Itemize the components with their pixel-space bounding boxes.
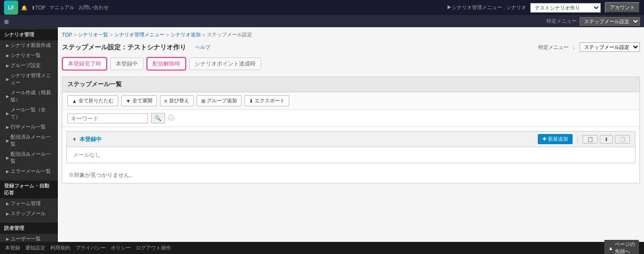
copy-icon: 📋	[587, 137, 593, 142]
breadcrumb-scenario-list[interactable]: シナリオ一覧	[78, 31, 108, 38]
sidebar-item-label: フォーム管理	[11, 200, 41, 207]
sort-icon: ≡	[165, 98, 168, 104]
sidebar-item-user-list[interactable]: ▶ ユーザー一覧	[0, 234, 58, 242]
arrow-icon: ▶	[6, 139, 9, 143]
clock-icon: 🕐	[619, 137, 625, 142]
account-button[interactable]: アカウント	[605, 2, 640, 13]
no-result-text: ※対象が見つかりません。	[62, 167, 639, 183]
sidebar-item-label: エラーメール一覧	[11, 168, 51, 175]
copy-button[interactable]: 📋	[583, 135, 598, 144]
search-button[interactable]: 🔍	[151, 113, 165, 123]
settings-menu-select[interactable]: ステップメール設定	[580, 17, 640, 26]
page-title-row: ステップメール設定：テストシナリオ作り ヘルプ 特定メニュー： ステップメール設…	[62, 42, 640, 52]
header-right: ▶シナリオ管理メニュー シナリオ テストシナリオ作り アカウント	[447, 2, 640, 13]
sidebar-item-label: グループ設定	[11, 62, 41, 69]
stepmail-list-title: ステップメール一覧	[67, 80, 122, 89]
sidebar-item-label: 配信済みメール一覧	[11, 151, 54, 165]
stepmail-group-title-link[interactable]: 本登録中	[79, 136, 102, 143]
bell-icon: 🔔	[21, 5, 27, 11]
settings-page-select[interactable]: ステップメール設定	[580, 42, 640, 52]
sidebar-item-label: メール一覧（全て）	[11, 106, 54, 120]
bottom-links: 本登録 通知設定 利用規約 プライバシー ポリシー ログアウト操作	[5, 244, 171, 251]
tabs-row: 本登録完了時 本登録中 配信解除時 シナリオポイント達成時	[62, 57, 640, 71]
arrow-icon: ▶	[6, 169, 9, 174]
group-icon: ⊞	[201, 98, 205, 104]
info-icon[interactable]: ⓘ	[168, 114, 174, 122]
export-button[interactable]: ⬇ エクスポート	[245, 95, 289, 106]
search-row: 🔍 ⓘ	[62, 110, 639, 127]
bottom-link-logout[interactable]: ログアウト操作	[136, 244, 171, 251]
collapse-all-button[interactable]: ▼ 全て展開	[121, 95, 157, 106]
expand-all-label: 全て折りたたむ	[78, 97, 114, 104]
sub-header: ▦ 特定メニュー ステップメール設定	[0, 15, 644, 27]
help-link[interactable]: ヘルプ	[195, 44, 210, 51]
new-add-label: 新規追加	[548, 136, 568, 142]
stepmail-container: ステップメール一覧 ▲ 全て折りたたむ ▼ 全て展開 ≡ 並び替え ⊞	[62, 77, 640, 183]
breadcrumb-scenario-add[interactable]: シナリオ追加	[171, 31, 201, 38]
tab-hontorokuchuu[interactable]: 本登録中	[110, 57, 143, 70]
sidebar-item-form-management[interactable]: ▶ フォーム管理	[0, 199, 58, 209]
search-input[interactable]	[67, 113, 148, 123]
sort-button[interactable]: ≡ 並び替え	[160, 95, 194, 106]
sidebar-item-label: シナリオ一覧	[11, 52, 41, 59]
bottom-link-privacy[interactable]: プライバシー	[75, 244, 106, 251]
bottom-link-registration[interactable]: 本登録	[5, 244, 20, 251]
bottom-link-terms[interactable]: 利用規約	[50, 244, 70, 251]
sidebar-item-label: ユーザー一覧	[11, 235, 41, 242]
sidebar: シナリオ管理 ▶ シナリオ新規作成 ▶ シナリオ一覧 ▶ グループ設定 ▶ シナ…	[0, 27, 58, 242]
stepmail-group-header: ▼ 本登録中 ✚ 新規追加 ｜ 📋 ⬇	[67, 132, 635, 147]
arrow-icon: ▶	[6, 53, 9, 58]
contact-link[interactable]: お問い合わせ	[78, 4, 109, 11]
new-icon: ✚	[542, 136, 546, 142]
content-area: TOP > シナリオ一覧 > シナリオ管理メニュー > シナリオ追加 > ステッ…	[58, 27, 644, 242]
manual-link[interactable]: マニュアル	[49, 4, 74, 11]
expand-all-button[interactable]: ▲ 全て折りたたむ	[67, 95, 118, 106]
stepmail-list-header: ステップメール一覧	[62, 77, 639, 92]
sidebar-item-scenario-list[interactable]: ▶ シナリオ一覧	[0, 50, 58, 60]
new-add-button[interactable]: ✚ 新規追加	[538, 134, 573, 144]
bottom-right: ▲ ページの 先頭へ	[604, 240, 639, 254]
sidebar-item-mail-list-all[interactable]: ▶ メール一覧（全て）	[0, 105, 58, 122]
arrow-icon: ▶	[6, 94, 9, 99]
sidebar-item-new-scenario[interactable]: ▶ シナリオ新規作成	[0, 40, 58, 50]
sidebar-title-reader: 読者管理	[0, 223, 58, 234]
sidebar-item-mail-create[interactable]: ▶ メール作成（簡易版）	[0, 88, 58, 105]
logo: LF	[4, 1, 18, 15]
download-button[interactable]: ⬇	[600, 135, 613, 144]
tab-hontorokuryo[interactable]: 本登録完了時	[62, 57, 107, 71]
sidebar-item-step-mail[interactable]: ▶ ステップメール	[0, 209, 58, 219]
export-icon: ⬇	[249, 98, 253, 104]
arrow-icon: ▶	[6, 237, 9, 241]
export-label: エクスポート	[255, 97, 285, 104]
clock-button[interactable]: 🕐	[615, 135, 630, 144]
sub-header-right: 特定メニュー ステップメール設定	[546, 17, 640, 26]
breadcrumb: TOP > シナリオ一覧 > シナリオ管理メニュー > シナリオ追加 > ステッ…	[62, 31, 640, 38]
back-to-top-button[interactable]: ▲ ページの 先頭へ	[604, 240, 639, 254]
page-title: ステップメール設定：テストシナリオ作り	[62, 43, 186, 52]
grid-icon: ▦	[4, 19, 9, 24]
sidebar-item-mail-click-analysis[interactable]: ▶ エラーメール一覧	[0, 166, 58, 176]
tab-scenario-point[interactable]: シナリオポイント達成時	[189, 57, 261, 70]
bottom-link-policy[interactable]: ポリシー	[111, 244, 131, 251]
sidebar-section-scenario: シナリオ管理 ▶ シナリオ新規作成 ▶ シナリオ一覧 ▶ グループ設定 ▶ シナ…	[0, 27, 58, 178]
breadcrumb-current: ステップメール設定	[207, 31, 252, 38]
bottom-link-notifications[interactable]: 通知設定	[25, 244, 45, 251]
tab-haishinkaijooji[interactable]: 配信解除時	[146, 57, 186, 71]
scenario-label: シナリオ	[506, 4, 526, 11]
arrow-icon: ▶	[6, 202, 9, 206]
sidebar-item-error-mail[interactable]: ▶ 配信済みメール一覧	[0, 149, 58, 166]
top-link[interactable]: ⬆TOP	[31, 5, 45, 11]
arrow-icon: ▶	[6, 111, 9, 116]
top-header: LF 🔔 ⬆TOP マニュアル お問い合わせ ▶シナリオ管理メニュー シナリオ …	[0, 0, 644, 15]
sidebar-item-sent-mail[interactable]: ▶ 配信済みメール一覧	[0, 132, 58, 149]
stepmail-group: ▼ 本登録中 ✚ 新規追加 ｜ 📋 ⬇	[66, 131, 635, 163]
scenario-select[interactable]: テストシナリオ作り	[530, 3, 601, 13]
collapse-group-icon[interactable]: ▼	[72, 137, 77, 142]
breadcrumb-scenario-menu[interactable]: シナリオ管理メニュー	[114, 31, 165, 38]
sidebar-item-scenario-menu[interactable]: ▶ シナリオ管理メニュー	[0, 71, 58, 88]
sidebar-item-ongoing-mail[interactable]: ▶ 行中メール一覧	[0, 122, 58, 132]
sidebar-item-group-settings[interactable]: ▶ グループ設定	[0, 60, 58, 71]
add-group-button[interactable]: ⊞ グループ追加	[197, 95, 242, 106]
breadcrumb-top[interactable]: TOP	[62, 32, 72, 38]
scenario-management-link[interactable]: ▶シナリオ管理メニュー	[447, 4, 502, 11]
